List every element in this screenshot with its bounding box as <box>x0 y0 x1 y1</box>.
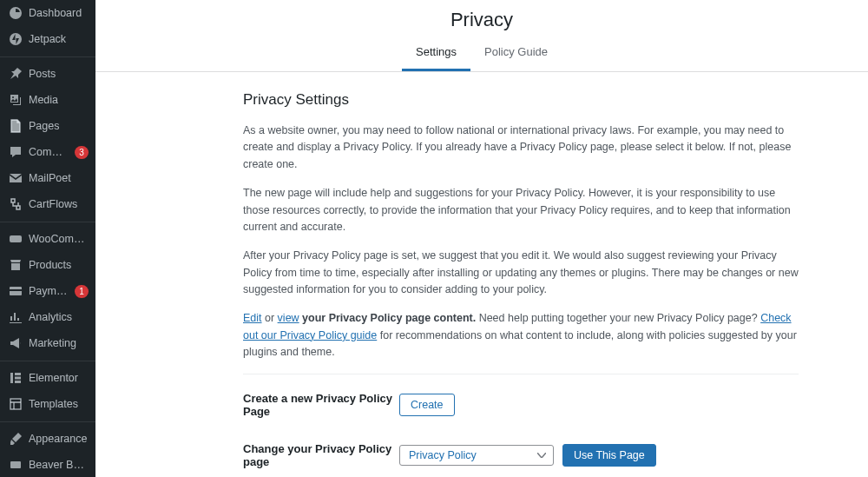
intro-paragraph-2: The new page will include help and sugge… <box>243 185 799 235</box>
create-button[interactable]: Create <box>399 394 455 416</box>
use-page-button[interactable]: Use This Page <box>562 444 656 467</box>
main-content: Privacy SettingsPolicy Guide Privacy Set… <box>95 0 868 477</box>
pin-icon <box>9 67 23 81</box>
page-title: Privacy <box>95 0 868 36</box>
product-icon <box>9 258 23 272</box>
intro-paragraph-3: After your Privacy Policy page is set, w… <box>243 248 799 298</box>
dashboard-icon <box>9 6 23 20</box>
sidebar-item-templates[interactable]: Templates <box>0 391 95 417</box>
change-policy-row: Change your Privacy Policy page Privacy … <box>243 442 799 468</box>
beaver-icon <box>9 458 23 472</box>
page-icon <box>9 119 23 133</box>
sidebar-item-marketing[interactable]: Marketing <box>0 330 95 356</box>
sidebar-item-media[interactable]: Media <box>0 87 95 113</box>
admin-sidebar: DashboardJetpackPostsMediaPagesComments3… <box>0 0 95 477</box>
media-icon <box>9 93 23 107</box>
sidebar-item-label: Jetpack <box>29 33 66 45</box>
sidebar-item-label: CartFlows <box>29 198 77 210</box>
sidebar-item-cartflows[interactable]: CartFlows <box>0 191 95 217</box>
jetpack-icon <box>9 32 23 46</box>
sidebar-item-label: Analytics <box>29 311 72 323</box>
sidebar-item-label: Pages <box>29 120 59 132</box>
create-policy-row: Create a new Privacy Policy Page Create <box>243 392 799 418</box>
sidebar-item-label: Dashboard <box>29 7 82 19</box>
count-badge: 3 <box>75 146 89 159</box>
sidebar-item-label: Beaver Builder <box>29 459 89 471</box>
count-badge: 1 <box>75 285 89 298</box>
tab-policy-guide[interactable]: Policy Guide <box>470 36 562 71</box>
sidebar-item-comments[interactable]: Comments3 <box>0 139 95 165</box>
view-link[interactable]: view <box>278 312 299 324</box>
sidebar-item-label: MailPoet <box>29 172 71 184</box>
sidebar-item-analytics[interactable]: Analytics <box>0 304 95 330</box>
sidebar-item-appearance[interactable]: Appearance <box>0 426 95 452</box>
marketing-icon <box>9 336 23 350</box>
sidebar-item-label: Products <box>29 259 71 271</box>
sidebar-item-payments[interactable]: Payments1 <box>0 278 95 304</box>
elementor-icon <box>9 371 23 385</box>
sidebar-item-label: WooCommerce <box>29 233 89 245</box>
change-policy-label: Change your Privacy Policy page <box>243 442 399 468</box>
sidebar-item-posts[interactable]: Posts <box>0 61 95 87</box>
sidebar-item-label: Marketing <box>29 337 76 349</box>
privacy-page-select[interactable]: Privacy Policy <box>399 445 554 466</box>
analytics-icon <box>9 310 23 324</box>
sidebar-item-label: Comments <box>29 146 71 158</box>
woo-icon <box>9 232 23 246</box>
privacy-settings-panel: Privacy Settings As a website owner, you… <box>95 72 868 477</box>
flow-icon <box>9 197 23 211</box>
intro-paragraph-4: Edit or view your Privacy Policy page co… <box>243 310 799 361</box>
sidebar-item-dashboard[interactable]: Dashboard <box>0 0 95 26</box>
sidebar-item-mailpoet[interactable]: MailPoet <box>0 165 95 191</box>
sidebar-item-elementor[interactable]: Elementor <box>0 365 95 391</box>
sidebar-item-woocommerce[interactable]: WooCommerce <box>0 226 95 252</box>
divider <box>243 374 799 374</box>
intro-paragraph-1: As a website owner, you may need to foll… <box>243 123 799 173</box>
tab-settings[interactable]: Settings <box>402 36 470 71</box>
section-heading: Privacy Settings <box>243 91 799 109</box>
sidebar-item-label: Payments <box>29 285 71 297</box>
create-policy-label: Create a new Privacy Policy Page <box>243 392 399 418</box>
sidebar-item-label: Elementor <box>29 372 78 384</box>
tabs: SettingsPolicy Guide <box>95 36 868 72</box>
sidebar-item-label: Appearance <box>29 433 87 445</box>
sidebar-item-label: Media <box>29 94 58 106</box>
sidebar-item-products[interactable]: Products <box>0 252 95 278</box>
sidebar-item-pages[interactable]: Pages <box>0 113 95 139</box>
edit-link[interactable]: Edit <box>243 312 262 324</box>
sidebar-item-label: Posts <box>29 68 56 80</box>
sidebar-item-label: Templates <box>29 398 78 410</box>
brush-icon <box>9 432 23 446</box>
comment-icon <box>9 145 23 159</box>
sidebar-item-beaver-builder[interactable]: Beaver Builder <box>0 452 95 477</box>
sidebar-item-jetpack[interactable]: Jetpack <box>0 26 95 52</box>
templates-icon <box>9 397 23 411</box>
payment-icon <box>9 284 23 298</box>
mail-icon <box>9 171 23 185</box>
